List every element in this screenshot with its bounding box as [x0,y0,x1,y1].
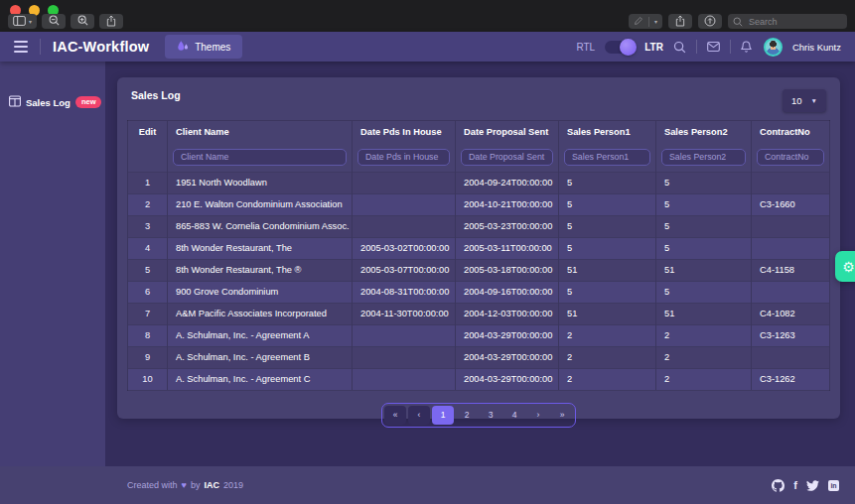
twitter-icon[interactable] [806,479,819,492]
cell: 8th Wonder Restaurant, The [168,237,353,259]
cell: 2005-03-18T00:00:00 [456,259,559,281]
table-row: 2210 E. Walton Condominium Association20… [128,193,830,215]
sidebar-item-sales-log[interactable]: Sales Log new [0,87,105,117]
filter-input-sales-person1[interactable] [564,149,650,166]
cell: 865-883 W. Cornelia Condominium Assoc. [168,215,353,237]
direction-toggle[interactable] [605,41,635,54]
upload-button[interactable] [668,14,692,29]
target-icon [704,15,716,29]
cell [752,346,830,368]
cell: 2004-08-31T00:00:00 [353,281,456,303]
filter-input-date-pds-in-house[interactable] [357,149,450,166]
edit-cell[interactable]: 8 [128,324,168,346]
github-icon[interactable] [772,479,784,492]
cell: 2 [559,368,656,390]
pencil-icon [634,16,643,28]
droplet-icon [177,40,189,54]
linkedin-icon[interactable]: in [828,480,839,491]
cell: 2005-03-02T00:00:00 [353,237,456,259]
filter-cell [168,143,353,172]
facebook-icon[interactable]: f [793,480,797,491]
page-button-first[interactable]: « [384,406,406,425]
edit-cell[interactable]: 2 [128,193,168,215]
cell: 51 [656,259,752,281]
heart-icon: ♥ [182,480,187,490]
filter-input-sales-person2[interactable] [661,149,746,166]
themes-button-label: Themes [195,42,230,53]
cell: 51 [656,303,752,324]
browser-search-input[interactable] [747,16,842,28]
divider [730,40,731,54]
cell: 5 [656,193,752,215]
search-icon[interactable] [673,41,686,54]
cell: 2004-03-29T00:00:00 [456,324,559,346]
column-header-date-proposal-sent[interactable]: Date Proposal Sent [456,121,559,144]
filter-cell-empty [128,143,168,172]
panel-title: Sales Log [131,89,181,101]
edit-cell[interactable]: 1 [128,172,168,193]
cell: A. Schulman, Inc. - Agreement A [168,324,353,346]
cell: C3-1263 [752,324,830,346]
column-header-sales-person1[interactable]: Sales Person1 [559,121,656,144]
column-header-client-name[interactable]: Client Name [168,121,353,144]
page-button-page-3[interactable]: 3 [480,406,501,425]
table-row: 8A. Schulman, Inc. - Agreement A2004-03-… [128,324,830,346]
window-titlebar: ▾ [0,0,855,32]
column-header-sales-person2[interactable]: Sales Person2 [656,121,752,144]
cell: 2005-03-07T00:00:00 [353,259,456,281]
chevron-down-icon: ▾ [29,18,32,25]
table-filter-row [128,143,830,172]
filter-input-contractno[interactable] [757,149,824,166]
avatar[interactable] [764,38,783,57]
share-button[interactable] [99,14,123,29]
edit-cell[interactable]: 7 [128,303,168,324]
filter-input-date-proposal-sent[interactable] [461,149,553,166]
zoom-in-button[interactable] [71,14,94,29]
zoom-out-button[interactable] [42,14,66,29]
settings-fab[interactable]: ⚙ [835,251,855,282]
sidebar-toggle-button[interactable]: ▾ [8,14,37,29]
cell: 5 [559,193,656,215]
page-button-prev[interactable]: ‹ [408,406,430,425]
cell: 2004-10-21T00:00:00 [456,193,559,215]
chevron-down-icon: ▼ [811,97,817,104]
column-header-edit[interactable]: Edit [128,121,168,144]
cell: C3-1262 [752,368,830,390]
cell: A. Schulman, Inc. - Agreement B [168,346,353,368]
page-size-select[interactable]: 10 ▼ [783,89,826,112]
edit-split-button[interactable]: ▾ [629,14,662,29]
edit-cell[interactable]: 9 [128,346,168,368]
zoom-in-icon [77,15,88,28]
table-row: 48th Wonder Restaurant, The2005-03-02T00… [128,237,830,259]
browser-search-field[interactable] [728,14,847,29]
column-header-date-pds-in-house[interactable]: Date Pds In House [353,121,456,144]
pagination: «‹1234›» [127,403,830,428]
panel-header: Sales Log 10 ▼ [127,87,830,120]
cell [353,172,456,193]
edit-cell[interactable]: 5 [128,259,168,281]
bell-icon[interactable] [741,41,752,53]
menu-icon[interactable] [14,41,28,53]
zoom-out-icon [49,15,60,28]
page-button-page-1[interactable]: 1 [432,406,454,425]
page-button-last[interactable]: » [551,406,573,425]
edit-cell[interactable]: 4 [128,237,168,259]
page-button-next[interactable]: › [527,406,549,425]
edit-cell[interactable]: 3 [128,215,168,237]
toggle-knob[interactable] [620,39,637,56]
column-header-contractno[interactable]: ContractNo [752,121,830,144]
chevron-down-icon: ▾ [654,18,657,25]
browser-toolbar-left: ▾ [8,14,123,29]
cell [353,324,456,346]
footer-credit: Created with ♥ by IAC 2019 [127,480,243,490]
cell: 2 [559,346,656,368]
edit-cell[interactable]: 6 [128,281,168,303]
mail-icon[interactable] [707,42,720,52]
filter-input-client-name[interactable] [173,149,347,166]
credit-text: Created with [127,480,178,490]
themes-button[interactable]: Themes [165,35,242,59]
page-button-page-4[interactable]: 4 [503,406,525,425]
edit-cell[interactable]: 10 [128,368,168,390]
page-button-page-2[interactable]: 2 [456,406,478,425]
target-button[interactable] [698,14,722,29]
